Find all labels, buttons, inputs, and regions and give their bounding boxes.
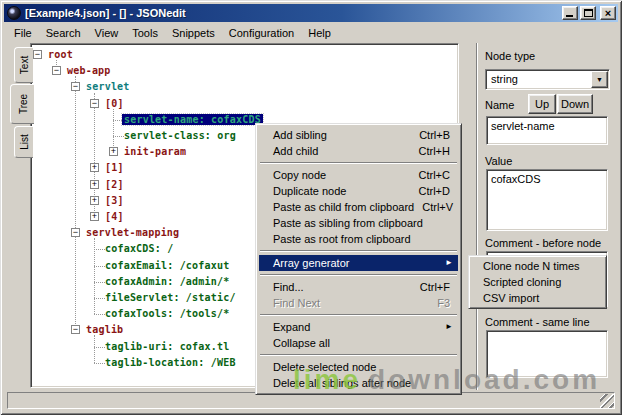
close-button[interactable]: × bbox=[600, 6, 616, 20]
context-menu-item-add-sibling[interactable]: Add siblingCtrl+B bbox=[259, 127, 458, 143]
tree-node-label: [2] bbox=[105, 179, 124, 190]
side-tab-list[interactable]: List bbox=[14, 126, 33, 158]
tree-connector bbox=[94, 298, 105, 299]
context-menu-item-copy-node[interactable]: Copy nodeCtrl+C bbox=[259, 167, 458, 183]
context-menu-item-delete-selected-node[interactable]: Delete selected node bbox=[259, 359, 458, 375]
menubar-item-search[interactable]: Search bbox=[39, 25, 88, 41]
menu-item-label: Add sibling bbox=[273, 127, 411, 143]
context-menu-item-array-generator[interactable]: Array generator► bbox=[259, 255, 458, 271]
tree-node-label: fileServlet: /static/ bbox=[105, 292, 236, 303]
window-title: [Example4.json] - [] - JSONedit bbox=[25, 7, 560, 19]
tree-node-label: cofaxEmail: /cofaxut bbox=[105, 260, 229, 271]
tree-node-label: servlet bbox=[86, 81, 130, 92]
tree-node-label: servlet-class: org bbox=[124, 130, 236, 141]
value-field[interactable]: cofaxCDS bbox=[486, 169, 608, 231]
context-menu-item-paste-as-child-from-clipboard[interactable]: Paste as child from clipboardCtrl+V bbox=[259, 199, 458, 215]
tree-node-servlet[interactable]: −servlet bbox=[33, 79, 456, 95]
collapse-icon[interactable]: − bbox=[52, 66, 61, 75]
dropdown-arrow-icon[interactable]: ▼ bbox=[591, 71, 608, 88]
tree-node-label: taglib bbox=[86, 324, 123, 335]
submenu-item-csv-import[interactable]: CSV import bbox=[471, 290, 604, 306]
tree-node-0[interactable]: −[0] bbox=[33, 96, 456, 112]
submenu-item-scripted-cloning[interactable]: Scripted cloning bbox=[471, 274, 604, 290]
collapse-icon[interactable]: − bbox=[33, 50, 42, 59]
tree-node-label: root bbox=[48, 49, 73, 60]
tree-node-label: taglib-location: /WEB bbox=[105, 357, 236, 368]
tree-connector bbox=[94, 266, 105, 267]
menu-item-label: Delete selected node bbox=[273, 359, 450, 375]
context-menu-item-paste-as-sibling-from-clipboard[interactable]: Paste as sibling from clipboard bbox=[259, 215, 458, 231]
menu-item-label: Paste as sibling from clipboard bbox=[273, 215, 450, 231]
menubar-item-view[interactable]: View bbox=[88, 25, 126, 41]
name-field[interactable]: servlet-name bbox=[486, 116, 608, 145]
expand-icon[interactable]: + bbox=[90, 196, 99, 205]
title-bar: [Example4.json] - [] - JSONedit × bbox=[4, 4, 618, 22]
resize-grip[interactable] bbox=[600, 394, 614, 408]
value-label: Value bbox=[485, 155, 512, 167]
menu-item-shortcut: Ctrl+V bbox=[422, 199, 453, 215]
maximize-icon bbox=[584, 9, 593, 17]
menu-item-shortcut: F3 bbox=[437, 295, 450, 311]
up-button[interactable]: Up bbox=[528, 94, 556, 114]
side-tab-tree[interactable]: Tree bbox=[10, 84, 34, 124]
comment-same-line-field[interactable] bbox=[486, 330, 608, 378]
menu-item-shortcut: Ctrl+B bbox=[419, 127, 450, 143]
menu-item-shortcut: Ctrl+F bbox=[420, 279, 450, 295]
tree-connector bbox=[94, 282, 105, 283]
tree-connector bbox=[113, 136, 124, 137]
tree-connector bbox=[94, 314, 105, 315]
menu-item-label: Paste as root from clipboard bbox=[273, 231, 450, 247]
menu-separator bbox=[260, 162, 457, 164]
expand-icon[interactable]: + bbox=[90, 180, 99, 189]
name-label: Name bbox=[485, 99, 514, 111]
menubar-item-configuration[interactable]: Configuration bbox=[222, 25, 301, 41]
menubar-item-tools[interactable]: Tools bbox=[125, 25, 165, 41]
menubar-item-help[interactable]: Help bbox=[301, 25, 338, 41]
context-menu-item-collapse-all[interactable]: Collapse all bbox=[259, 335, 458, 351]
collapse-icon[interactable]: − bbox=[71, 82, 80, 91]
tree-node-web-app[interactable]: −web-app bbox=[33, 63, 456, 79]
tree-node-label: [1] bbox=[105, 162, 124, 173]
node-type-select[interactable]: string ▼ bbox=[485, 69, 610, 90]
tree-node-label: init-param bbox=[124, 146, 186, 157]
tree-node-label: [0] bbox=[105, 98, 124, 109]
context-menu-item-paste-as-root-from-clipboard[interactable]: Paste as root from clipboard bbox=[259, 231, 458, 247]
minimize-icon bbox=[566, 15, 573, 17]
side-tab-label: Tree bbox=[17, 94, 28, 114]
maximize-button[interactable] bbox=[580, 6, 596, 20]
context-menu-item-find-next[interactable]: Find NextF3 bbox=[259, 295, 458, 311]
side-tab-label: Text bbox=[19, 56, 30, 74]
submenu-item-clone-node-n-times[interactable]: Clone node N times bbox=[471, 258, 604, 274]
context-menu-item-find[interactable]: Find...Ctrl+F bbox=[259, 279, 458, 295]
expand-icon[interactable]: + bbox=[90, 163, 99, 172]
menu-item-label: Copy node bbox=[273, 167, 411, 183]
comment-before-label: Comment - before node bbox=[485, 237, 601, 249]
app-window: [Example4.json] - [] - JSONedit × FileSe… bbox=[0, 0, 622, 415]
collapse-icon[interactable]: − bbox=[71, 325, 80, 334]
menu-item-shortcut: Ctrl+D bbox=[419, 183, 450, 199]
tree-connector bbox=[94, 249, 105, 250]
collapse-icon[interactable]: − bbox=[90, 99, 99, 108]
side-tab-label: List bbox=[19, 134, 30, 150]
expand-icon[interactable]: + bbox=[109, 147, 118, 156]
tree-node-root[interactable]: −root bbox=[33, 47, 456, 63]
menu-separator bbox=[260, 314, 457, 316]
menu-separator bbox=[260, 250, 457, 252]
menu-item-label: Delete all siblings after node bbox=[273, 375, 450, 391]
expand-icon[interactable]: + bbox=[90, 212, 99, 221]
node-type-value: string bbox=[491, 73, 518, 85]
menu-item-label: Collapse all bbox=[273, 335, 450, 351]
menubar-item-snippets[interactable]: Snippets bbox=[165, 25, 222, 41]
down-button[interactable]: Down bbox=[557, 94, 593, 114]
context-menu-item-duplicate-node[interactable]: Duplicate nodeCtrl+D bbox=[259, 183, 458, 199]
context-menu-item-expand[interactable]: Expand► bbox=[259, 319, 458, 335]
menubar-item-file[interactable]: File bbox=[7, 25, 39, 41]
side-tab-text[interactable]: Text bbox=[14, 47, 33, 83]
menu-item-label: Array generator bbox=[273, 255, 450, 271]
tree-node-label: web-app bbox=[67, 65, 111, 76]
context-menu-item-delete-all-siblings-after-node[interactable]: Delete all siblings after node bbox=[259, 375, 458, 391]
context-menu-item-add-child[interactable]: Add childCtrl+H bbox=[259, 143, 458, 159]
tree-node-label: cofaxTools: /tools/* bbox=[105, 308, 229, 319]
collapse-icon[interactable]: − bbox=[71, 228, 80, 237]
minimize-button[interactable] bbox=[562, 6, 578, 20]
